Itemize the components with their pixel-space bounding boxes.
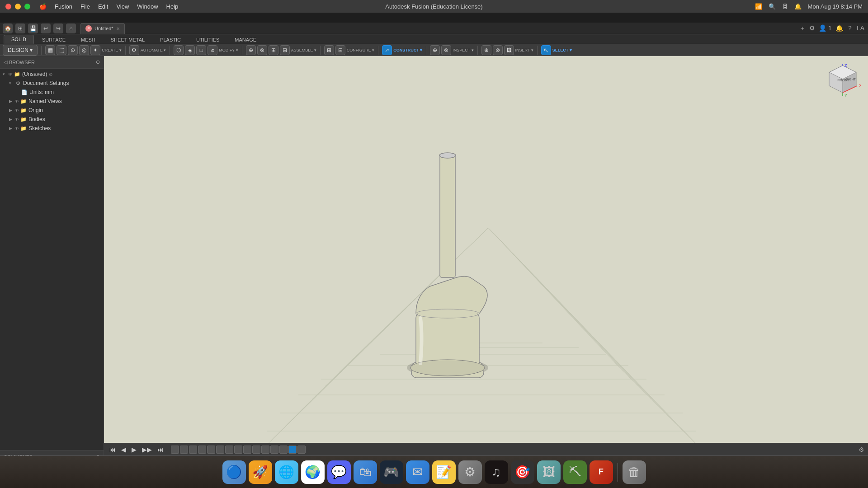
dock-launchpad[interactable]: 🚀 xyxy=(249,460,272,484)
dock-appstore[interactable]: 🛍 xyxy=(354,460,377,484)
new-component-btn[interactable]: ▦ xyxy=(45,45,55,55)
shell-btn[interactable]: □ xyxy=(196,45,206,55)
tab-mesh[interactable]: MESH xyxy=(74,36,103,44)
design-dropdown[interactable]: DESIGN ▾ xyxy=(3,45,38,56)
sidebar-collapse-icon[interactable]: ◁ xyxy=(4,59,7,65)
eye-unsaved[interactable]: 👁 xyxy=(8,72,13,77)
navigate-home[interactable]: ⌂ xyxy=(66,23,76,33)
marker-14[interactable] xyxy=(288,446,297,454)
marker-8[interactable] xyxy=(234,446,242,454)
eye-origin[interactable]: 👁 xyxy=(14,108,19,113)
marker-2[interactable] xyxy=(180,446,188,454)
insert-image-btn[interactable]: 🖼 xyxy=(504,45,514,55)
tab-sheet-metal[interactable]: SHEET METAL xyxy=(104,36,152,44)
config-btn1[interactable]: ⊞ xyxy=(324,45,334,55)
tab-plastic[interactable]: PLASTIC xyxy=(153,36,188,44)
interference-btn[interactable]: ⊗ xyxy=(441,45,451,55)
dock-discord[interactable]: 💬 xyxy=(327,460,351,484)
chamfer-btn[interactable]: ◈ xyxy=(185,45,195,55)
menu-view[interactable]: View xyxy=(116,3,129,10)
sidebar-item-unsaved[interactable]: ▾ 👁 📁 (Unsaved) ⊙ xyxy=(0,70,104,79)
timeline-prev[interactable]: ◀ xyxy=(119,445,128,454)
active-file-tab[interactable]: F Untitled* ✕ xyxy=(80,23,125,34)
dock-safari[interactable]: 🌐 xyxy=(275,460,298,484)
joint-btn[interactable]: ⊕ xyxy=(246,45,256,55)
marker-15[interactable] xyxy=(297,446,306,454)
extrude-btn[interactable]: ⬚ xyxy=(57,45,66,55)
sidebar-settings-icon[interactable]: ⊙ xyxy=(96,59,100,65)
insert-svg-btn[interactable]: ⊗ xyxy=(493,45,503,55)
redo-button[interactable]: ↪ xyxy=(53,23,63,33)
dock-trash[interactable]: 🗑 xyxy=(623,460,646,484)
menu-apple[interactable]: 🍎 xyxy=(39,3,47,10)
notification-icon[interactable]: 🔔 xyxy=(794,3,802,10)
help-button[interactable]: ？ xyxy=(847,24,853,33)
search-icon[interactable]: 🔍 xyxy=(769,3,776,10)
eye-named-views[interactable]: 👁 xyxy=(14,99,19,104)
control-center-icon[interactable]: 🎛 xyxy=(782,3,788,10)
config-btn2[interactable]: ⊟ xyxy=(335,45,345,55)
sidebar-item-sketches[interactable]: ▶ 👁 📁 Sketches xyxy=(0,124,104,133)
file-tab-close[interactable]: ✕ xyxy=(116,26,120,31)
close-button[interactable] xyxy=(5,4,11,9)
scale-btn[interactable]: ⌀ xyxy=(208,45,217,55)
eye-bodies[interactable]: 👁 xyxy=(14,117,19,122)
tab-utilities[interactable]: UTILITIES xyxy=(189,36,226,44)
marker-11[interactable] xyxy=(261,446,269,454)
marker-13[interactable] xyxy=(279,446,288,454)
viewcube[interactable]: FRONT RIGHT X Y Z xyxy=(825,63,861,99)
dock-preview[interactable]: 🖼 xyxy=(537,460,561,484)
timeline-end[interactable]: ⏭ xyxy=(156,445,165,454)
insert-mesh-btn[interactable]: ⊕ xyxy=(481,45,491,55)
minimize-button[interactable] xyxy=(15,4,21,9)
eye-sketches[interactable]: 👁 xyxy=(14,126,19,131)
dock-notes[interactable]: 📝 xyxy=(432,460,456,484)
new-tab-button[interactable]: ＋ xyxy=(799,24,806,33)
sweep-btn[interactable]: ◎ xyxy=(79,45,89,55)
drive-joints-btn[interactable]: ⊟ xyxy=(280,45,290,55)
pattern-btn[interactable]: ✦ xyxy=(90,45,100,55)
menu-fusion[interactable]: Fusion xyxy=(55,3,72,10)
marker-4[interactable] xyxy=(198,446,206,454)
timeline-start[interactable]: ⏮ xyxy=(108,445,118,454)
marker-6[interactable] xyxy=(216,446,224,454)
tab-surface[interactable]: SURFACE xyxy=(35,36,73,44)
construct-btn[interactable]: ↗ xyxy=(382,45,392,55)
extensions-button[interactable]: ⚙ xyxy=(809,24,815,33)
fillet-btn[interactable]: ⬡ xyxy=(174,45,184,55)
timeline-next[interactable]: ▶▶ xyxy=(140,445,154,454)
sidebar-item-origin[interactable]: ▶ 👁 📁 Origin xyxy=(0,106,104,115)
save-button[interactable]: 💾 xyxy=(28,23,38,33)
dock-epicgames[interactable]: 🎯 xyxy=(511,460,534,484)
dock-finder[interactable]: 🔵 xyxy=(222,460,246,484)
sidebar-item-named-views[interactable]: ▶ 👁 📁 Named Views xyxy=(0,97,104,106)
sidebar-item-bodies[interactable]: ▶ 👁 📁 Bodies xyxy=(0,115,104,124)
dock-fusion[interactable]: F xyxy=(590,460,613,484)
select-btn[interactable]: ↖ xyxy=(541,45,551,55)
maximize-button[interactable] xyxy=(24,4,30,9)
tab-solid[interactable]: SOLID xyxy=(4,35,34,44)
automate-btn[interactable]: ⚙ xyxy=(129,45,139,55)
viewport[interactable]: FRONT RIGHT X Y Z ⊕ | ⊞ ✋ ⊙ | 🔍 | ▦ ⬡ ⊟ … xyxy=(104,56,868,463)
dock-steam[interactable]: 🎮 xyxy=(380,460,403,484)
dock-chrome[interactable]: 🌍 xyxy=(301,460,325,484)
sidebar-item-units[interactable]: 📄 Units: mm xyxy=(0,88,104,97)
marker-3[interactable] xyxy=(189,446,197,454)
marker-9[interactable] xyxy=(243,446,251,454)
home-button[interactable]: 🏠 xyxy=(3,23,13,33)
dock-minecraft[interactable]: ⛏ xyxy=(563,460,587,484)
marker-1[interactable] xyxy=(171,446,179,454)
unsaved-settings[interactable]: ⊙ xyxy=(49,72,52,77)
dock-mail[interactable]: ✉ xyxy=(406,460,429,484)
motion-link-btn[interactable]: ⊞ xyxy=(269,45,278,55)
menu-edit[interactable]: Edit xyxy=(98,3,108,10)
revolve-btn[interactable]: ⊙ xyxy=(68,45,78,55)
grid-view-button[interactable]: ⊞ xyxy=(15,23,25,33)
notifications-button[interactable]: 🔔 xyxy=(835,24,843,33)
marker-12[interactable] xyxy=(270,446,278,454)
marker-7[interactable] xyxy=(225,446,233,454)
timeline-play[interactable]: ▶ xyxy=(130,445,138,454)
undo-button[interactable]: ↩ xyxy=(41,23,51,33)
menu-help[interactable]: Help xyxy=(166,3,179,10)
tab-manage[interactable]: MANAGE xyxy=(227,36,264,44)
